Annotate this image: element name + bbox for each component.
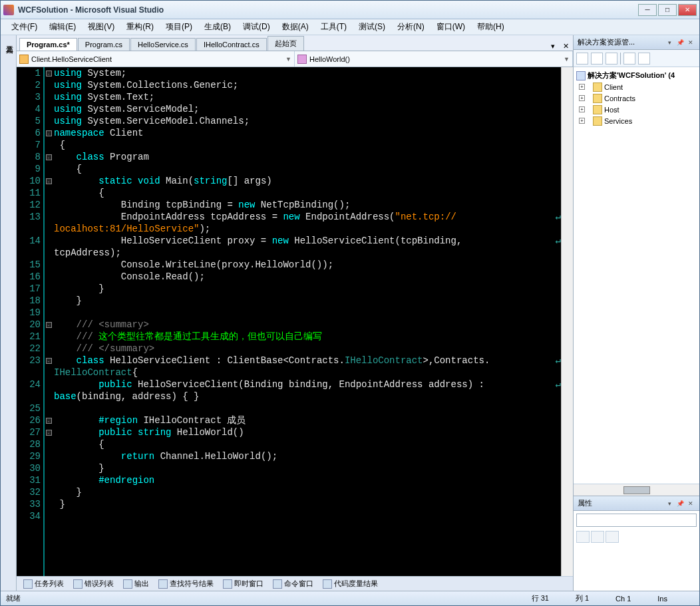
properties-icon[interactable] [576,53,588,65]
statusbar: 就绪 行 31 列 1 Ch 1 Ins [1,591,699,605]
menu-item[interactable]: 调试(D) [238,20,275,34]
left-sidebar: 工具箱服务器资源管理器 [1,35,17,591]
output-tab[interactable]: 任务列表 [19,577,68,590]
class-selector[interactable]: Client.HelloServiceClient ▼ [17,51,295,67]
member-selector[interactable]: HelloWorld() ▼ [295,51,573,67]
view-code-icon[interactable] [623,53,635,65]
menu-item[interactable]: 帮助(H) [472,20,510,34]
editor-area: Program.cs*Program.csHelloService.csIHel… [17,35,573,591]
solution-icon [576,71,586,80]
titlebar: WCFSolution - Microsoft Visual Studio ─ … [1,1,699,19]
properties-panel: 属性 ▾ 📌 ✕ [574,496,699,591]
solution-tree[interactable]: 解决方案'WCFSolution' (4 ClientContractsHost… [574,67,699,484]
document-tab[interactable]: HelloService.cs [130,38,196,51]
class-selector-text: Client.HelloServiceClient [31,55,112,63]
tab-icon [323,579,332,589]
tab-icon [273,579,282,589]
panel-close-icon[interactable]: ✕ [686,499,695,508]
output-tab[interactable]: 输出 [119,577,153,590]
output-tab[interactable]: 代码度量结果 [319,577,382,590]
document-tab[interactable]: IHelloContract.cs [196,38,267,51]
alphabetical-icon[interactable] [591,531,604,543]
project-node[interactable]: Services [576,115,697,126]
tab-close-icon[interactable]: ✕ [559,42,573,51]
solution-node[interactable]: 解决方案'WCFSolution' (4 [576,70,697,81]
tab-dropdown-icon[interactable]: ▾ [547,42,559,51]
solution-label: 解决方案'WCFSolution' (4 [588,71,675,80]
status-line: 行 31 [532,593,549,603]
menu-item[interactable]: 项目(P) [160,20,198,34]
horizontal-scrollbar[interactable] [574,484,699,496]
vertical-scrollbar[interactable] [561,67,573,576]
tab-icon [158,579,168,589]
fold-margin[interactable]: -------- [45,67,53,576]
refresh-icon[interactable] [606,53,617,65]
solution-explorer-header: 解决方案资源管... ▾ 📌 ✕ [574,35,699,50]
solution-toolbar [574,50,699,67]
menu-item[interactable]: 视图(V) [83,20,120,34]
minimize-button[interactable]: ─ [638,4,657,16]
menu-item[interactable]: 重构(R) [121,20,159,34]
expand-icon[interactable] [579,84,585,90]
menu-item[interactable]: 测试(S) [353,20,391,34]
output-tab[interactable]: 查找符号结果 [154,577,218,590]
menu-item[interactable]: 编辑(E) [44,20,81,34]
class-icon [19,55,29,64]
main-window: WCFSolution - Microsoft Visual Studio ─ … [0,0,700,606]
status-ch: Ch 1 [615,595,631,603]
maximize-button[interactable]: □ [658,4,677,16]
project-label: Client [604,83,623,91]
project-node[interactable]: Client [576,81,697,92]
close-button[interactable]: ✕ [678,4,697,16]
project-icon [593,105,602,114]
app-icon [3,5,14,15]
menu-item[interactable]: 生成(B) [199,20,236,34]
tab-icon [23,579,33,589]
document-tab[interactable]: 起始页 [267,36,304,51]
dropdown-icon: ▼ [285,56,291,63]
tab-icon [73,579,83,589]
categorized-icon[interactable] [576,531,590,543]
code-content[interactable]: using System;using System.Collections.Ge… [53,67,561,576]
line-numbers: 1234567891011121314151617181920212223242… [17,67,45,576]
method-icon [297,55,307,64]
menu-item[interactable]: 分析(N) [392,20,430,34]
panel-dropdown-icon[interactable]: ▾ [665,499,674,508]
properties-header: 属性 ▾ 📌 ✕ [574,496,699,511]
object-selector[interactable] [576,514,697,527]
nav-bar: Client.HelloServiceClient ▼ HelloWorld()… [17,51,573,67]
output-tab[interactable]: 命令窗口 [269,577,317,590]
dropdown-icon: ▼ [564,56,570,63]
output-tab[interactable]: 错误列表 [69,577,118,590]
view-designer-icon[interactable] [638,53,650,65]
expand-icon[interactable] [579,106,585,112]
expand-icon[interactable] [579,95,585,101]
code-editor[interactable]: 1234567891011121314151617181920212223242… [17,67,573,576]
project-icon [593,94,602,103]
menu-item[interactable]: 文件(F) [6,20,43,34]
project-icon [593,82,602,92]
menu-item[interactable]: 数据(A) [277,20,314,34]
output-tab[interactable]: 即时窗口 [219,577,267,590]
menu-item[interactable]: 工具(T) [315,20,352,34]
status-ins: Ins [657,595,667,603]
document-tab[interactable]: Program.cs* [19,38,77,51]
status-col: 列 1 [576,593,589,603]
pin-icon[interactable]: 📌 [675,38,685,47]
panel-dropdown-icon[interactable]: ▾ [665,38,674,47]
property-pages-icon[interactable] [606,531,619,543]
project-node[interactable]: Host [576,104,697,115]
project-node[interactable]: Contracts [576,92,697,104]
side-tab[interactable]: 工具箱 [5,38,15,588]
window-title: WCFSolution - Microsoft Visual Studio [18,5,638,15]
menu-item[interactable]: 窗口(W) [431,20,470,34]
document-tabs: Program.cs*Program.csHelloService.csIHel… [17,35,573,51]
document-tab[interactable]: Program.cs [78,38,130,51]
expand-icon[interactable] [579,118,585,124]
show-all-icon[interactable] [591,53,603,65]
output-tabs: 任务列表错误列表输出查找符号结果即时窗口命令窗口代码度量结果 [17,576,573,591]
pin-icon[interactable]: 📌 [675,499,685,508]
panel-title: 解决方案资源管... [578,37,663,47]
right-panel: 解决方案资源管... ▾ 📌 ✕ 解决方案'WCFSolution' (4 Cl… [573,35,699,591]
panel-close-icon[interactable]: ✕ [686,38,695,47]
